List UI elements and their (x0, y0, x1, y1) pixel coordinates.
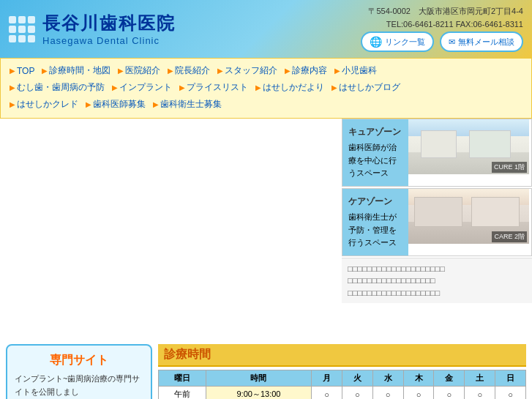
header-contact: 〒554-0002 大阪市港区市岡元町2丁目4-4 TEL:06-6461-82… (361, 6, 523, 52)
header: 長谷川歯科医院 Hasegawa Dental Clinic 〒554-0002… (0, 0, 532, 58)
clinic-name-en: Hasegawa Dental Clinic (42, 35, 176, 46)
nav-arrow: ▶ (285, 67, 291, 75)
table-row: 午前 9:00～13:00 ○ ○ ○ ○ ○ ○ ○ (159, 387, 526, 400)
col-header-time: 時間 (206, 370, 311, 387)
nav-credo[interactable]: ▶はせしかクレド (7, 97, 81, 112)
nav-arrow: ▶ (168, 67, 173, 75)
description-area: □□□□□□□□□□□□□□□□□□□□ □□□□□□□□□□□□□□□□□□ … (342, 258, 532, 304)
sat-am: ○ (465, 387, 495, 400)
nav-hygienist-recruit[interactable]: ▶歯科衛生士募集 (150, 97, 225, 112)
col-header-sun: 日 (495, 370, 526, 387)
nav-hours[interactable]: ▶診療時間・地図 (39, 63, 113, 78)
nav-arrow: ▶ (10, 83, 15, 92)
nav-implant[interactable]: ▶インプラント (109, 80, 175, 95)
mail-icon: ✉ (449, 37, 455, 47)
nav-row-2: ▶むし歯・歯周病の予防 ▶インプラント ▶プライスリスト ▶はせしかだより ▶は… (7, 80, 525, 95)
nav-arrow: ▶ (255, 83, 261, 92)
mail-consult-button[interactable]: ✉ 無料メール相談 (440, 31, 523, 52)
table-header-row: 曜日 時間 月 火 水 木 金 土 日 (159, 370, 526, 387)
nav-clinic[interactable]: ▶医院紹介 (115, 63, 163, 78)
mon-am: ○ (312, 387, 342, 400)
shinryo-box: 診療時間 曜日 時間 月 火 水 木 金 土 日 午前 9:00～13:0 (158, 344, 526, 399)
col-header-thu: 木 (403, 370, 434, 387)
nav-row-1: ▶TOP ▶診療時間・地図 ▶医院紹介 ▶院長紹介 ▶スタッフ紹介 ▶診療内容 … (7, 63, 525, 78)
nav-prevention[interactable]: ▶むし歯・歯周病の予防 (7, 80, 108, 95)
nav-arrow: ▶ (118, 67, 124, 75)
right-sidebar: キュアゾーン 歯科医師が治療を中心に行うスペース CURE 1階 ケアゾーン 歯… (342, 119, 532, 338)
nav-arrow: ▶ (42, 67, 48, 75)
senmon-box: 専門サイト インプラント~歯周病治療の専門サイトを公開しまし (6, 344, 152, 399)
nav-director[interactable]: ▶院長紹介 (165, 63, 213, 78)
globe-icon: 🌐 (370, 36, 382, 48)
header-buttons: 🌐 リンク一覧 ✉ 無料メール相談 (361, 31, 523, 52)
senmon-title: 専門サイト (15, 353, 143, 368)
desc-text-3: □□□□□□□□□□□□□□□□□□□ (348, 287, 526, 299)
header-left: 長谷川歯科医院 Hasegawa Dental Clinic (9, 12, 176, 46)
nav-pediatric[interactable]: ▶小児歯科 (331, 63, 380, 78)
tel-fax: TEL:06-6461-8211 FAX:06-6461-8311 (361, 20, 523, 29)
time-am: 9:00～13:00 (206, 387, 311, 400)
nav-blog[interactable]: ▶はせしかブログ (329, 80, 403, 95)
thu-am: ○ (403, 387, 434, 400)
shinryo-title: 診療時間 (158, 344, 526, 367)
nav-arrow: ▶ (10, 100, 15, 108)
link-list-button[interactable]: 🌐 リンク一覧 (361, 31, 434, 52)
address: 〒554-0002 大阪市港区市岡元町2丁目4-4 (361, 6, 523, 17)
logo-dots (9, 16, 35, 42)
sun-am: ○ (495, 387, 526, 400)
nav-row-3: ▶はせしかクレド ▶歯科医師募集 ▶歯科衛生士募集 (7, 97, 525, 112)
cure-tag: CURE 1階 (492, 162, 527, 173)
main-content: キュアゾーン 歯科医師が治療を中心に行うスペース CURE 1階 ケアゾーン 歯… (0, 119, 532, 338)
nav-top[interactable]: ▶TOP (7, 64, 37, 78)
bottom-section: 専門サイト インプラント~歯周病治療の専門サイトを公開しまし 診療時間 曜日 時… (0, 338, 532, 399)
senmon-desc: インプラント~歯周病治療の専門サイトを公開しまし (15, 373, 143, 398)
desc-text-2: □□□□□□□□□□□□□□□□□□ (348, 275, 526, 287)
nav-arrow: ▶ (112, 83, 118, 92)
col-header-tue: 火 (342, 370, 372, 387)
col-header-sat: 土 (465, 370, 495, 387)
nav-treatment[interactable]: ▶診療内容 (282, 63, 330, 78)
care-zone-label: ケアゾーン 歯科衛生士が予防・管理を行うスペース (342, 189, 408, 256)
wed-am: ○ (372, 387, 403, 400)
clinic-name-ja: 長谷川歯科医院 (42, 12, 176, 35)
nav-arrow: ▶ (10, 67, 15, 75)
col-header-fri: 金 (434, 370, 465, 387)
col-header-day: 曜日 (159, 370, 206, 387)
cure-zone: キュアゾーン 歯科医師が治療を中心に行うスペース CURE 1階 (342, 119, 532, 187)
nav-arrow: ▶ (179, 83, 185, 92)
nav-staff[interactable]: ▶スタッフ紹介 (214, 63, 280, 78)
care-zone: ケアゾーン 歯科衛生士が予防・管理を行うスペース CARE 2階 (342, 188, 532, 256)
col-header-wed: 水 (372, 370, 403, 387)
cure-zone-image: CURE 1階 (408, 119, 529, 174)
shinryo-table: 曜日 時間 月 火 水 木 金 土 日 午前 9:00～13:00 ○ ○ (158, 370, 526, 399)
nav-doctor-recruit[interactable]: ▶歯科医師募集 (83, 97, 149, 112)
nav-price[interactable]: ▶プライスリスト (176, 80, 251, 95)
nav-arrow: ▶ (153, 100, 159, 108)
nav-arrow: ▶ (334, 67, 340, 75)
clinic-title: 長谷川歯科医院 Hasegawa Dental Clinic (42, 12, 176, 46)
nav-newsletter[interactable]: ▶はせしかだより (252, 80, 327, 95)
nav-arrow: ▶ (331, 83, 337, 92)
nav-arrow: ▶ (217, 67, 223, 75)
navigation: ▶TOP ▶診療時間・地図 ▶医院紹介 ▶院長紹介 ▶スタッフ紹介 ▶診療内容 … (0, 58, 532, 119)
cure-zone-label: キュアゾーン 歯科医師が治療を中心に行うスペース (342, 119, 408, 186)
care-tag: CARE 2階 (492, 231, 527, 242)
desc-text-1: □□□□□□□□□□□□□□□□□□□□ (348, 263, 526, 275)
nav-arrow: ▶ (86, 100, 91, 108)
tue-am: ○ (342, 387, 372, 400)
left-content-area (0, 119, 342, 338)
period-am: 午前 (159, 387, 206, 400)
col-header-mon: 月 (312, 370, 342, 387)
care-zone-image: CARE 2階 (408, 189, 529, 244)
fri-am: ○ (434, 387, 465, 400)
